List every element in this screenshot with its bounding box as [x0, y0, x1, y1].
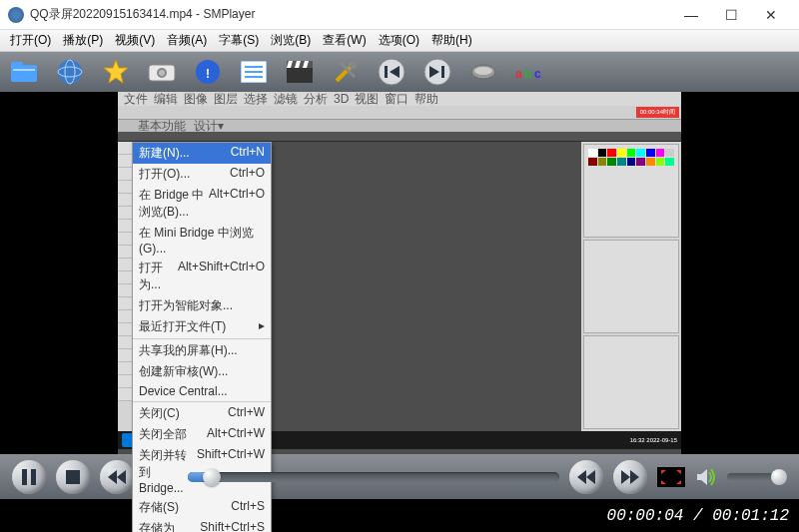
ps-panels: [581, 142, 681, 431]
ps-top: 文件编辑图像图层选择滤镜分析3D视图窗口帮助 00:00:34时间 基本功能设计…: [118, 92, 681, 142]
ps-menu-item: 打开为智能对象...: [133, 295, 271, 316]
menu-options[interactable]: 选项(O): [373, 29, 425, 52]
svg-point-31: [474, 67, 492, 75]
ps-menu-item: 存储(S)Ctrl+S: [133, 497, 271, 518]
svg-marker-42: [577, 470, 586, 484]
ps-menubar: 文件编辑图像图层选择滤镜分析3D视图窗口帮助: [118, 92, 681, 106]
svg-rect-37: [66, 470, 80, 484]
ps-adjustments-panel: [583, 240, 679, 333]
svg-marker-50: [697, 469, 707, 485]
pause-button[interactable]: [12, 460, 46, 494]
minimize-button[interactable]: —: [671, 1, 711, 29]
svg-marker-46: [661, 470, 666, 474]
ps-layers-panel: [583, 335, 679, 429]
taskbar-clock: 16:32 2022-09-15: [630, 437, 677, 443]
ps-menu-item: 在 Bridge 中浏览(B)...Alt+Ctrl+O: [133, 185, 271, 223]
app-logo: [8, 7, 24, 23]
svg-marker-43: [586, 470, 595, 484]
svg-marker-39: [117, 470, 126, 484]
open-file-icon[interactable]: [8, 56, 40, 88]
ps-menu-item: 打开为...Alt+Shift+Ctrl+O: [133, 258, 271, 295]
clapper-icon[interactable]: [284, 56, 316, 88]
svg-text:a: a: [515, 67, 522, 81]
preferences-icon[interactable]: [330, 56, 362, 88]
titlebar: QQ录屏20220915163414.mp4 - SMPlayer — ☐ ✕: [0, 0, 799, 30]
svg-text:c: c: [534, 67, 541, 81]
svg-marker-47: [676, 470, 681, 474]
svg-point-9: [159, 70, 165, 76]
svg-marker-44: [621, 470, 630, 484]
seek-thumb[interactable]: [203, 468, 221, 486]
playlist-icon[interactable]: [238, 56, 270, 88]
ps-menu-item: 在 Mini Bridge 中浏览(G)...: [133, 223, 271, 258]
fullscreen-button[interactable]: [657, 467, 685, 487]
ps-canvas: 新建(N)...Ctrl+N打开(O)...Ctrl+O在 Bridge 中浏览…: [132, 142, 581, 431]
svg-point-3: [58, 60, 82, 84]
ps-menu-item: 新建(N)...Ctrl+N: [133, 143, 271, 164]
ps-menu-item: 关闭(C)Ctrl+W: [133, 403, 271, 424]
ps-swatches-panel: [583, 144, 679, 238]
rewind-button[interactable]: [100, 460, 134, 494]
ps-optionsbar: 00:00:34时间: [118, 106, 681, 120]
svg-marker-45: [630, 470, 639, 484]
video-frame: 文件编辑图像图层选择滤镜分析3D视图窗口帮助 00:00:34时间 基本功能设计…: [118, 92, 681, 454]
svg-rect-29: [441, 66, 444, 78]
status-bar: 00:00:04 / 00:01:12: [0, 499, 799, 532]
volume-icon[interactable]: [695, 466, 717, 488]
svg-rect-25: [385, 66, 388, 78]
window-title: QQ录屏20220915163414.mp4 - SMPlayer: [30, 6, 671, 23]
info-icon[interactable]: !: [192, 56, 224, 88]
stop-button[interactable]: [56, 460, 90, 494]
volume-slider[interactable]: [727, 473, 787, 481]
svg-point-22: [349, 61, 357, 69]
repeat-icon[interactable]: [467, 56, 499, 88]
ps-toolbox: [118, 142, 132, 431]
favorites-icon[interactable]: [100, 56, 132, 88]
menu-help[interactable]: 帮助(H): [425, 29, 478, 52]
ps-tabs: 基本功能设计▾: [118, 120, 681, 132]
menu-video[interactable]: 视频(V): [109, 29, 161, 52]
menu-play[interactable]: 播放(P): [57, 29, 109, 52]
toolbar: ! abc: [0, 52, 799, 92]
screenshot-icon[interactable]: [146, 56, 178, 88]
skip-fwd-icon[interactable]: [421, 56, 453, 88]
svg-rect-36: [31, 469, 36, 485]
menu-open[interactable]: 打开(O): [4, 29, 57, 52]
ps-menu-item: Device Central...: [133, 382, 271, 400]
video-area: 文件编辑图像图层选择滤镜分析3D视图窗口帮助 00:00:34时间 基本功能设计…: [0, 92, 799, 454]
svg-rect-2: [13, 69, 35, 71]
svg-rect-1: [11, 62, 23, 68]
volume-thumb[interactable]: [771, 469, 787, 485]
ps-menu-item: 创建新审核(W)...: [133, 361, 271, 382]
menu-view[interactable]: 查看(W): [317, 29, 372, 52]
menu-subtitle[interactable]: 字幕(S): [213, 29, 265, 52]
ps-menu-item: 共享我的屏幕(H)...: [133, 340, 271, 361]
menu-browse[interactable]: 浏览(B): [265, 29, 317, 52]
ps-menu-item: 打开(O)...Ctrl+O: [133, 164, 271, 185]
ps-menu-item: 存储为(A)...Shift+Ctrl+S: [133, 518, 271, 532]
web-icon[interactable]: [54, 56, 86, 88]
svg-rect-35: [22, 469, 27, 485]
ps-body: 新建(N)...Ctrl+N打开(O)...Ctrl+O在 Bridge 中浏览…: [118, 142, 681, 431]
ps-menu-item: 最近打开文件(T)▸: [133, 316, 271, 337]
forward2-button[interactable]: [613, 460, 647, 494]
svg-marker-38: [108, 470, 117, 484]
menu-audio[interactable]: 音频(A): [161, 29, 213, 52]
ps-time-badge: 00:00:34时间: [636, 107, 679, 118]
control-bar: [0, 454, 799, 499]
svg-text:!: !: [206, 67, 210, 81]
abc-icon[interactable]: abc: [513, 56, 545, 88]
ps-menu-item: 关闭全部Alt+Ctrl+W: [133, 424, 271, 445]
svg-marker-48: [661, 480, 666, 484]
skip-back-icon[interactable]: [376, 56, 407, 88]
timecode: 00:00:04 / 00:01:12: [607, 507, 789, 525]
svg-marker-49: [676, 480, 681, 484]
menubar: 打开(O) 播放(P) 视频(V) 音频(A) 字幕(S) 浏览(B) 查看(W…: [0, 30, 799, 52]
svg-text:b: b: [524, 67, 531, 81]
svg-marker-6: [104, 60, 128, 83]
rewind2-button[interactable]: [569, 460, 603, 494]
svg-rect-16: [287, 67, 313, 83]
maximize-button[interactable]: ☐: [711, 1, 751, 29]
close-button[interactable]: ✕: [751, 1, 791, 29]
seek-slider[interactable]: [188, 472, 559, 482]
